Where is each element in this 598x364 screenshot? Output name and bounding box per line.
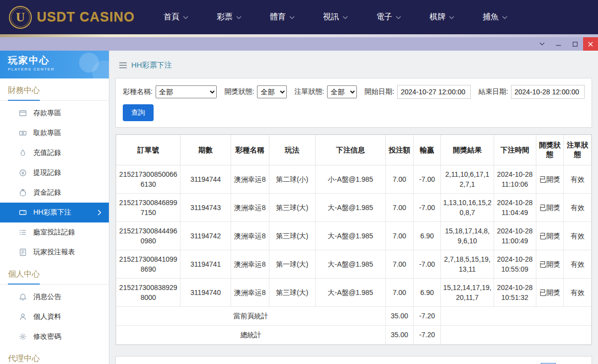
filter-row: 彩種名稱: 全部 開獎狀態: 全部 注單狀態: 全部 開始日期: 結束日期: [123,85,585,99]
chevron-down-icon [539,42,545,46]
sidebar-item-hall-record[interactable]: 廳室投註記錄 [0,222,109,242]
sidebar-item-gear[interactable]: 修改密碼 [0,327,109,347]
chevron-down-icon [449,15,454,19]
table-cell: 7.00 [386,165,414,194]
table-cell: 澳洲幸运8 [231,165,269,194]
window-maximize-button[interactable] [567,37,583,51]
withdraw-icon [19,129,27,137]
user-icon [19,313,27,321]
sidebar-item-cashout[interactable]: 提現記錄 [0,163,109,183]
summary-win-loss: -7.20 [413,326,441,345]
bets-table-body: 215217300850066613031194744澳洲幸运8第二球(小)小-… [116,165,592,345]
table-cell: 澳洲幸运8 [231,279,269,307]
menu-icon[interactable] [119,62,127,69]
table-cell: 15,18,17,14,8,9,6,10 [441,222,494,250]
nav-item-3[interactable]: 體育 [270,12,295,22]
table-cell: 15,12,14,17,19,20,11,7 [441,279,494,307]
table-cell: 大-A盤@1.985 [315,194,386,222]
table-cell: 2152173008444960980 [116,222,180,250]
lottery-name-select[interactable]: 全部 [156,85,217,98]
sidebar-item-label: 消息公告 [33,292,61,301]
sidebar-item-label: 存款專區 [33,109,61,118]
sidebar-header: 玩家中心 PLAYERS CENTER [0,51,109,78]
gear-icon [19,333,27,341]
sidebar: 玩家中心 PLAYERS CENTER 財務中心存款專區取款專區充值記錄提現記錄… [0,51,109,364]
nav-item-label: 電子 [376,12,392,22]
minimize-icon [556,41,561,47]
table-cell: 有效 [564,165,592,194]
chevron-down-icon [396,15,401,19]
search-button[interactable]: 查詢 [123,104,154,121]
sidebar-item-label: 個人資料 [33,312,61,321]
chevron-down-icon [183,15,188,19]
nav-item-6[interactable]: 棋牌 [429,12,454,22]
lottery-icon [19,209,27,217]
table-cell: 2024-10-28 11:10:06 [494,165,536,194]
sidebar-item-lottery[interactable]: HH彩票下注 [0,203,109,222]
chevron-down-icon [502,15,508,19]
page-summary-row: 當前頁統計35.00-7.20 [116,307,592,326]
sidebar-item-user[interactable]: 個人資料 [0,307,109,327]
column-header: 彩種名稱 [231,135,269,165]
summary-empty [441,326,592,345]
sidebar-item-bell[interactable]: 消息公告 [0,287,109,307]
sidebar-item-report[interactable]: 玩家投注報表 [0,242,109,262]
column-header: 期數 [180,135,231,165]
chevron-down-icon [236,15,242,19]
sidebar-item-deposit[interactable]: 存款專區 [0,103,109,123]
order-status-select[interactable]: 全部 [327,85,357,98]
deposit-icon [19,109,27,117]
table-cell: 已開獎 [536,194,564,222]
column-header: 投注額 [386,135,414,165]
sidebar-subtitle: PLAYERS CENTER [8,67,101,72]
table-cell: 已開獎 [536,222,564,250]
chevron-down-icon [289,15,295,19]
top-navigation: U USDT CASINO 首頁彩票體育視訊電子棋牌捕魚 [0,0,598,34]
window-dropdown-button[interactable] [534,37,550,51]
table-cell: 2024-10-28 11:04:49 [494,194,536,222]
filter-panel: 彩種名稱: 全部 開獎狀態: 全部 注單狀態: 全部 開始日期: 結束日期: 查… [115,78,592,128]
lottery-name-label: 彩種名稱: [123,87,153,96]
nav-item-2[interactable]: 彩票 [217,12,242,22]
table-row: 215217300846899715031194743澳洲幸运8第三球(大)大-… [116,194,592,222]
table-cell: 7.00 [386,222,414,250]
column-header: 開獎狀態 [536,135,564,165]
maximize-icon [573,42,578,47]
end-date-label: 結束日期: [478,87,508,96]
sidebar-item-recharge[interactable]: 充值記錄 [0,143,109,163]
chevron-right-icon [97,209,102,217]
nav-item-7[interactable]: 捕魚 [483,12,508,22]
table-cell: 2024-10-28 10:51:32 [494,279,536,307]
table-cell: 2152173008389298000 [116,279,180,307]
table-cell: 大-A盤@1.985 [315,279,386,307]
nav-item-1[interactable]: 首頁 [164,12,188,22]
sidebar-section-label: 個人中心 [0,262,109,285]
table-cell: 31194741 [180,250,231,279]
table-cell: 2152173008500666130 [116,165,180,194]
end-date-input[interactable] [511,85,585,99]
sidebar-item-withdraw[interactable]: 取款專區 [0,123,109,143]
logo[interactable]: U USDT CASINO [9,6,135,29]
table-cell: 1,13,10,16,15,20,8,7 [441,194,494,222]
window-titlebar [0,37,598,51]
nav-item-5[interactable]: 電子 [376,12,401,22]
table-cell: 31194740 [180,279,231,307]
content-layout: 玩家中心 PLAYERS CENTER 財務中心存款專區取款專區充值記錄提現記錄… [0,51,598,364]
table-cell: 2024-10-28 11:00:49 [494,222,536,250]
breadcrumb: HH彩票下注 [115,51,592,78]
main-content: HH彩票下注 彩種名稱: 全部 開獎狀態: 全部 注單狀態: 全部 開始日期: … [109,51,598,364]
sidebar-item-funds[interactable]: 資金記錄 [0,183,109,203]
window-close-button[interactable] [583,37,598,51]
top-nav-menu: 首頁彩票體育視訊電子棋牌捕魚 [164,12,508,22]
table-cell: 澳洲幸运8 [231,222,269,250]
draw-status-select[interactable]: 全部 [257,85,287,98]
table-cell: 7.00 [386,250,414,279]
table-cell: 2,11,10,6,17,12,7,1 [441,165,494,194]
table-cell: 7.00 [386,194,414,222]
summary-label: 總統計 [116,326,386,345]
window-minimize-button[interactable] [550,37,567,51]
draw-status-label: 開獎狀態: [224,87,254,96]
start-date-input[interactable] [397,85,471,99]
summary-empty [441,307,592,326]
nav-item-4[interactable]: 視訊 [323,12,348,22]
